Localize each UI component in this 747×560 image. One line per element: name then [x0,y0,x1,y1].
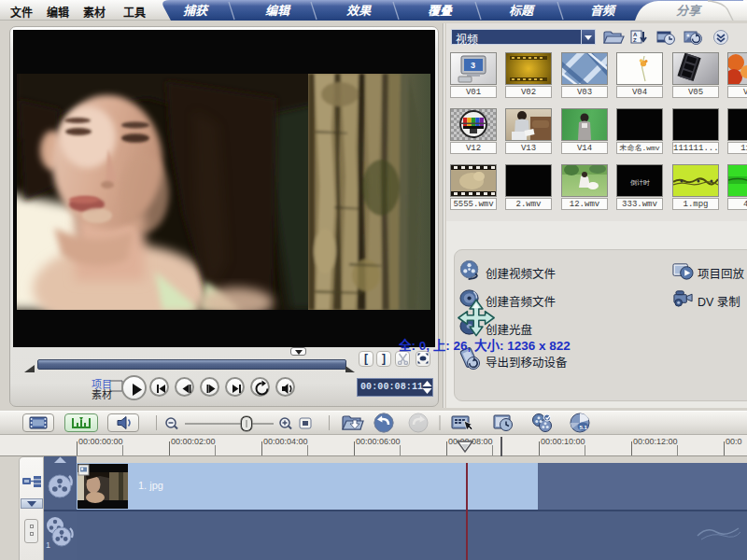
svg-text:编辑: 编辑 [265,1,291,19]
svg-text:捕获: 捕获 [183,1,210,19]
svg-text:分享: 分享 [676,1,702,19]
svg-text:音频: 音频 [590,1,617,19]
svg-text:覆叠: 覆叠 [428,1,454,19]
svg-text:1: 1 [46,540,50,550]
svg-text:3: 3 [471,61,475,70]
svg-text:5.1: 5.1 [580,425,588,430]
svg-text:Z: Z [633,37,637,43]
svg-text:标题: 标题 [509,1,536,19]
svg-text:效果: 效果 [346,1,372,19]
